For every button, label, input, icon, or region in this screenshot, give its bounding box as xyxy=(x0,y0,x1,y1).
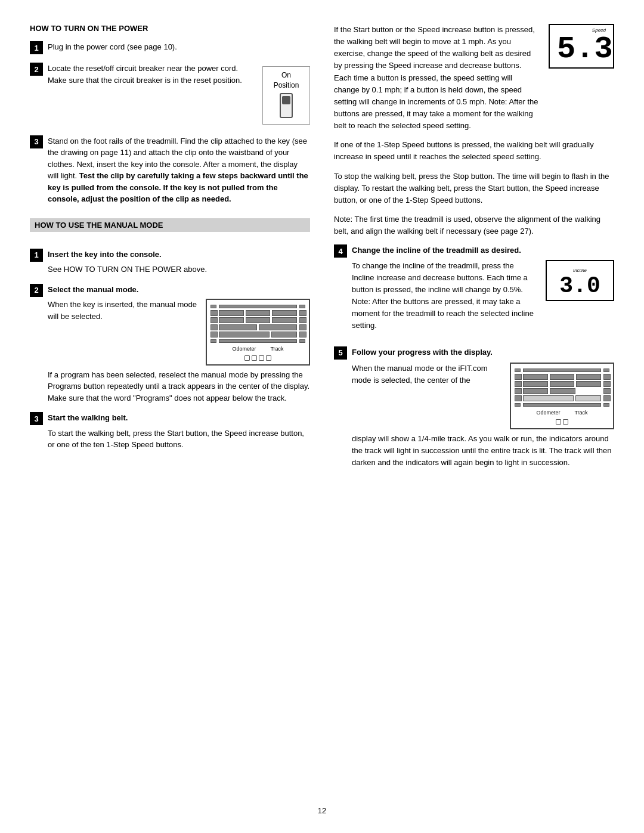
speed-display-box: Speed 5.3 xyxy=(549,24,614,69)
right-step-5-text-left: When the manual mode or the iFIT.com mod… xyxy=(352,363,498,386)
manual-step-2-title: Select the manual mode. xyxy=(48,284,310,296)
manual-step-2: 2 Select the manual mode. When the key i… xyxy=(30,284,310,404)
on-position-label: On Position xyxy=(274,70,299,91)
right-step-4-text: To change the incline of the treadmill, … xyxy=(352,260,537,332)
section2-title: HOW TO USE THE MANUAL MODE xyxy=(30,218,310,232)
on-label: On xyxy=(281,71,291,79)
manual-step-1-title: Insert the key into the console. xyxy=(48,249,310,261)
manual-step-2-text-after: If a program has been selected, reselect… xyxy=(48,369,310,404)
panel-bottom-row xyxy=(210,339,305,343)
manual-step-2-text-left: When the key is inserted, the manual mod… xyxy=(48,299,200,322)
right-step-5-title: Follow your progress with the display. xyxy=(352,346,614,358)
manual-step-2-number: 2 xyxy=(30,284,43,297)
step-2-number: 2 xyxy=(30,63,43,76)
manual-step-2-text-before: When the key is inserted, the manual mod… xyxy=(48,300,197,321)
right-para1-wrapper: If the Start button or the Speed increas… xyxy=(334,24,539,132)
step-2: 2 On Position Locate the reset/off circu… xyxy=(30,63,310,127)
manual-step-1-text: See HOW TO TURN ON THE POWER above. xyxy=(48,264,310,275)
step-3-number: 3 xyxy=(30,135,43,148)
page-number: 12 xyxy=(318,806,326,815)
right-step-4: 4 Change the incline of the treadmill as… xyxy=(334,244,614,332)
dot2 xyxy=(252,355,257,361)
manual-step-3-content: Start the walking belt. To start the wal… xyxy=(48,412,310,451)
manual-step-3-number: 3 xyxy=(30,412,43,425)
panel2-dots xyxy=(515,419,609,425)
right-step-5-text-before: When the manual mode or the iFIT.com mod… xyxy=(352,364,488,385)
step-1: 1 Plug in the power cord (see page 10). xyxy=(30,41,310,54)
panel2-track-label: Track xyxy=(574,409,587,417)
step-2-text: Locate the reset/off circuit breaker nea… xyxy=(48,64,242,85)
panel2-odometer-label: Odometer xyxy=(536,409,560,417)
step-1-number: 1 xyxy=(30,41,43,54)
right-step-5-content: Follow your progress with the display. W… xyxy=(352,346,614,469)
treadmill-display-panel-1: Odometer Track xyxy=(206,299,310,366)
incline-display-box: Incline 3.0 xyxy=(546,260,614,302)
incline-value: 3.0 xyxy=(559,273,600,299)
panel2-top-row xyxy=(515,368,609,372)
step-2-content: On Position Locate the reset/off circuit… xyxy=(48,63,310,127)
step-3: 3 Stand on the foot rails of the treadmi… xyxy=(30,135,310,205)
dot3 xyxy=(259,355,264,361)
panel-odometer-label-row: Odometer Track xyxy=(210,345,305,354)
right-step-5-number: 5 xyxy=(334,346,347,360)
panel-dots xyxy=(210,355,305,361)
speed-value: 5.3 xyxy=(557,34,606,65)
on-position-image: On Position xyxy=(262,66,310,125)
right-para4: Note: The first time the treadmill is us… xyxy=(334,213,614,237)
dot4 xyxy=(266,355,271,361)
right-step-5: 5 Follow your progress with the display.… xyxy=(334,346,614,469)
manual-step-1-number: 1 xyxy=(30,249,43,262)
right-para1: If the Start button or the Speed increas… xyxy=(334,25,538,130)
panel2-odometer-label-row: Odometer Track xyxy=(515,409,609,417)
panel-track-label: Track xyxy=(270,345,283,354)
panel-odometer-label: Odometer xyxy=(232,345,256,354)
section2-heading-bar: HOW TO USE THE MANUAL MODE xyxy=(30,218,310,240)
right-column: If the Start button or the Speed increas… xyxy=(334,24,614,797)
section1-heading: HOW TO TURN ON THE POWER xyxy=(30,24,310,41)
panel2-dot1 xyxy=(556,419,561,425)
right-step-4-text-span: To change the incline of the treadmill, … xyxy=(352,261,534,330)
step-3-content: Stand on the foot rails of the treadmill… xyxy=(48,135,310,205)
manual-step-3-text: To start the walking belt, press the Sta… xyxy=(48,428,310,451)
panel2-dot2 xyxy=(563,419,568,425)
treadmill-display-panel-2: Odometer Track xyxy=(510,363,614,429)
right-step-5-text-after: display will show a 1/4-mile track. As y… xyxy=(352,433,614,469)
position-label: Position xyxy=(274,81,299,89)
panel-top-row xyxy=(210,305,305,308)
step-3-text-bold: Test the clip by carefully taking a few … xyxy=(48,171,308,203)
right-para3: To stop the walking belt, press the Stop… xyxy=(334,171,614,206)
right-step-4-number: 4 xyxy=(334,244,347,258)
section1-title: HOW TO TURN ON THE POWER xyxy=(30,24,310,33)
manual-step-1: 1 Insert the key into the console. See H… xyxy=(30,249,310,275)
step-1-text: Plug in the power cord (see page 10). xyxy=(48,42,177,51)
right-step-4-content: Change the incline of the treadmill as d… xyxy=(352,244,614,332)
manual-step-1-content: Insert the key into the console. See HOW… xyxy=(48,249,310,275)
manual-step-3: 3 Start the walking belt. To start the w… xyxy=(30,412,310,451)
step-1-content: Plug in the power cord (see page 10). xyxy=(48,41,310,53)
dot1 xyxy=(244,355,250,361)
right-para2: If one of the 1-Step Speed buttons is pr… xyxy=(334,139,614,163)
manual-step-2-content: Select the manual mode. When the key is … xyxy=(48,284,310,404)
incline-label: Incline xyxy=(573,268,587,273)
manual-step-3-title: Start the walking belt. xyxy=(48,412,310,424)
panel2-bottom-row xyxy=(515,403,609,407)
left-column: HOW TO TURN ON THE POWER 1 Plug in the p… xyxy=(30,24,310,797)
right-step-4-title: Change the incline of the treadmill as d… xyxy=(352,244,614,256)
